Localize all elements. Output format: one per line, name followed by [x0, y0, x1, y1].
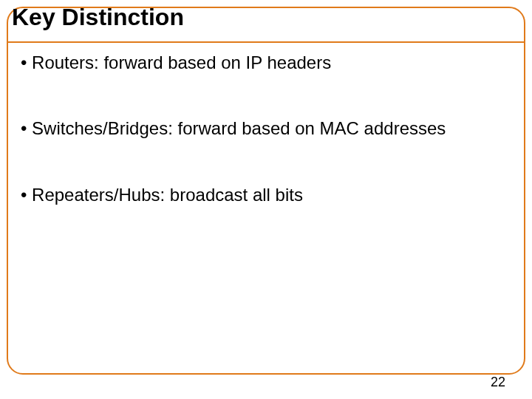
- title-area: Key Distinction: [12, 4, 520, 49]
- slide: Key Distinction Routers: forward based o…: [0, 0, 532, 399]
- bullet-item: Routers: forward based on IP headers: [21, 52, 508, 73]
- page-number: 22: [491, 375, 505, 390]
- bullet-item: Repeaters/Hubs: broadcast all bits: [21, 184, 508, 205]
- bullet-item: Switches/Bridges: forward based on MAC a…: [21, 117, 508, 139]
- body-area: Routers: forward based on IP headers Swi…: [21, 52, 508, 250]
- slide-title: Key Distinction: [12, 4, 520, 30]
